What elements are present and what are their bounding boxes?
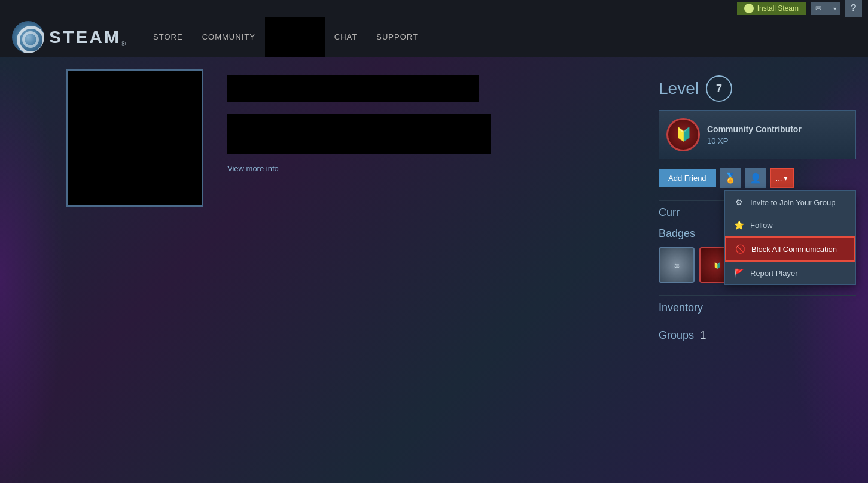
more-label: ...: [776, 174, 782, 183]
steam-wordmark: STEAM: [49, 27, 121, 47]
nav-username[interactable]: [265, 17, 325, 57]
level-display: Level 7: [659, 75, 856, 102]
topbar: Install Steam ✉ ▾ ?: [0, 0, 868, 17]
nav-community[interactable]: COMMUNITY: [193, 17, 265, 57]
block-icon: 🚫: [735, 244, 745, 254]
badge-1-icon: ⚖: [674, 262, 680, 269]
profile-middle-column: View more info: [227, 69, 647, 483]
help-button[interactable]: ?: [845, 0, 862, 17]
steam-logo[interactable]: STEAM®: [12, 21, 126, 53]
add-friend-button[interactable]: Add Friend: [659, 169, 716, 187]
nav-links: STORE COMMUNITY CHAT SUPPORT: [144, 17, 856, 57]
steam-logo-text: STEAM®: [49, 27, 126, 47]
level-label: Level: [659, 79, 699, 98]
profile-icon-button[interactable]: 👤: [745, 168, 766, 188]
badge-2-icon: 🔰: [714, 262, 721, 269]
award-button[interactable]: 🏅: [720, 168, 741, 188]
steam-logo-icon: [12, 21, 44, 53]
award-icon: 🏅: [724, 172, 736, 184]
contributor-badge-title: Community Contributor: [707, 124, 802, 134]
block-communication-item[interactable]: 🚫 Block All Communication: [725, 236, 855, 262]
follow-icon: ⭐: [733, 220, 744, 230]
more-options-button[interactable]: ... ▾: [770, 168, 794, 188]
install-steam-button[interactable]: Install Steam: [737, 2, 806, 15]
help-label: ?: [851, 3, 857, 14]
envelope-icon: ✉: [815, 4, 821, 13]
nav-store[interactable]: STORE: [144, 17, 193, 57]
email-dropdown-button[interactable]: ▾: [829, 2, 840, 15]
invite-group-item[interactable]: ⚙ Invite to Join Your Group: [725, 191, 855, 214]
groups-count: 1: [700, 329, 706, 341]
divider-groups: [659, 323, 856, 323]
divider-inventory: [659, 295, 856, 296]
profile-left-column: [66, 69, 215, 483]
chevron-down-icon: ▾: [784, 174, 788, 183]
groups-label: Groups: [659, 329, 694, 341]
username-bar: [227, 75, 479, 102]
follow-label: Follow: [750, 221, 773, 230]
email-area: ✉ ▾: [811, 2, 840, 15]
page-background: View more info Level 7 🔰 Community Contr…: [0, 57, 868, 483]
level-value: 7: [716, 83, 722, 95]
level-badge: 7: [706, 75, 732, 102]
action-buttons: Add Friend 🏅 👤 ... ▾ ⚙ Invite to Join Yo…: [659, 168, 856, 188]
navbar: STEAM® STORE COMMUNITY CHAT SUPPORT: [0, 17, 868, 57]
email-button[interactable]: ✉: [811, 2, 829, 15]
steam-small-icon: [744, 4, 754, 13]
report-label: Report Player: [750, 269, 797, 278]
avatar: [66, 69, 203, 207]
contributor-badge-xp: 10 XP: [707, 136, 802, 145]
contributor-badge-icon: 🔰: [666, 118, 700, 151]
more-options-dropdown: ⚙ Invite to Join Your Group ⭐ Follow 🚫 B…: [724, 190, 856, 285]
profile-info-bar: [227, 114, 491, 154]
block-label: Block All Communication: [751, 245, 837, 254]
profile-icon: 👤: [750, 172, 762, 184]
profile-container: View more info Level 7 🔰 Community Contr…: [0, 57, 868, 483]
group-icon: ⚙: [733, 197, 744, 208]
inventory-section: Inventory: [659, 302, 856, 314]
groups-section: Groups 1: [659, 329, 856, 342]
add-friend-label: Add Friend: [668, 174, 706, 183]
invite-group-label: Invite to Join Your Group: [750, 198, 835, 207]
view-more-info-link[interactable]: View more info: [227, 164, 279, 173]
nav-support[interactable]: SUPPORT: [367, 17, 428, 57]
contributor-badge-info: Community Contributor 10 XP: [707, 124, 802, 145]
report-player-item[interactable]: 🚩 Report Player: [725, 262, 855, 284]
current-heading: Curr: [659, 206, 680, 218]
nav-chat[interactable]: CHAT: [325, 17, 367, 57]
contributor-badge-card: 🔰 Community Contributor 10 XP: [659, 110, 856, 159]
inventory-label: Inventory: [659, 302, 703, 314]
install-steam-label: Install Steam: [757, 4, 799, 13]
badge-1[interactable]: ⚖: [659, 247, 695, 283]
steam-registered: ®: [121, 40, 126, 47]
profile-right-column: Level 7 🔰 Community Contributor 10 XP Ad…: [659, 69, 856, 483]
follow-item[interactable]: ⭐ Follow: [725, 214, 855, 236]
flag-icon: 🚩: [733, 268, 744, 278]
